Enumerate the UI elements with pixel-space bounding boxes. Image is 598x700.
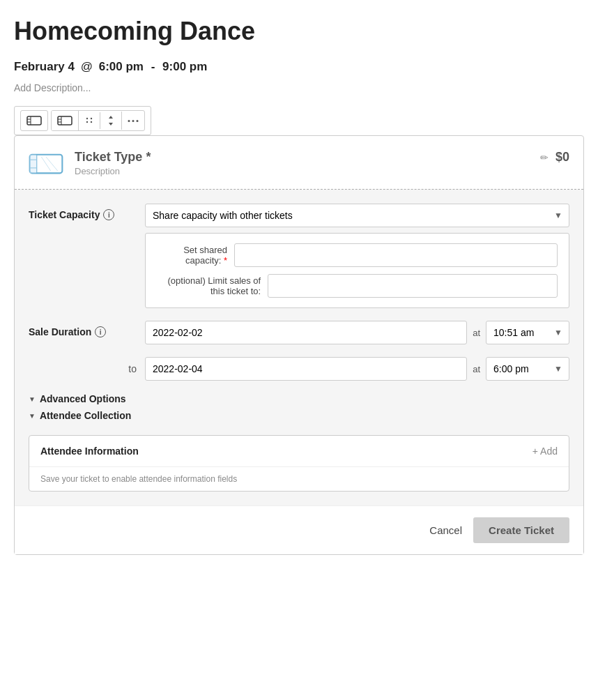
ticket-price: $0	[555, 150, 569, 165]
svg-point-14	[128, 120, 130, 122]
edit-price-icon[interactable]: ✏	[540, 152, 549, 163]
svg-marker-12	[109, 116, 113, 119]
attendee-info-add-btn[interactable]: + Add	[532, 446, 558, 457]
arrows-icon	[106, 115, 116, 126]
sale-end-date-time: at 6:00 pm ▼	[145, 357, 569, 381]
cancel-button[interactable]: Cancel	[429, 524, 462, 536]
create-ticket-button[interactable]: Create Ticket	[473, 517, 569, 543]
sale-start-at-label: at	[473, 328, 480, 338]
attendee-info-header: Attendee Information + Add	[29, 436, 569, 467]
svg-point-15	[132, 120, 135, 122]
attendee-collection-section[interactable]: ▼ Attendee Collection	[29, 410, 569, 421]
shared-capacity-input[interactable]	[234, 243, 558, 267]
attendee-info-note: Save your ticket to enable attendee info…	[29, 467, 569, 491]
svg-point-9	[91, 118, 92, 119]
event-date-value: February 4	[14, 60, 75, 73]
svg-point-8	[86, 118, 88, 119]
ticket-header-right: ✏ $0	[540, 150, 569, 165]
ticket-type-desc: Description	[75, 166, 151, 176]
ticket2-icon	[57, 114, 72, 127]
capacity-select[interactable]: Share capacity with other tickets Limite…	[145, 204, 569, 227]
advanced-options-section[interactable]: ▼ Advanced Options	[29, 393, 569, 404]
capacity-sub-form: Set shared capacity: * (optional) Limit …	[145, 233, 569, 308]
svg-point-11	[91, 121, 92, 123]
toolbar-ticket2-btn[interactable]	[52, 111, 79, 130]
ticket-price-value: 0	[562, 150, 569, 164]
toolbar-arrows-btn[interactable]	[100, 112, 122, 130]
toolbar-more-btn[interactable]	[122, 116, 144, 126]
svg-point-16	[137, 120, 139, 122]
event-time-end: 9:00 pm	[162, 60, 207, 73]
page-title: Homecoming Dance	[14, 17, 584, 46]
advanced-options-arrow: ▼	[29, 395, 36, 403]
sale-end-row: to at 6:00 pm ▼	[29, 357, 569, 381]
attendee-info-title: Attendee Information	[40, 446, 139, 457]
svg-point-10	[86, 121, 88, 123]
ticket-type-title: Ticket Type *	[75, 150, 151, 165]
sale-end-time-select[interactable]: 6:00 pm	[486, 357, 569, 381]
sale-end-time-wrap: 6:00 pm ▼	[486, 357, 569, 381]
sale-duration-info-icon[interactable]: i	[95, 326, 106, 337]
limit-sales-input[interactable]	[268, 274, 558, 298]
svg-line-23	[46, 157, 58, 171]
toolbar-format-group	[51, 110, 145, 131]
attendee-collection-title: ▼ Attendee Collection	[29, 410, 569, 421]
sale-start-date-input[interactable]	[145, 321, 467, 344]
sale-end-date-input[interactable]	[145, 357, 467, 381]
sale-start-time-select[interactable]: 10:51 am	[486, 321, 569, 344]
more-icon	[128, 119, 139, 123]
sale-start-date-time: at 10:51 am ▼	[145, 321, 569, 344]
svg-line-22	[41, 157, 50, 171]
capacity-label: Ticket Capacity i	[29, 204, 137, 220]
capacity-row: Ticket Capacity i Share capacity with ot…	[29, 204, 569, 308]
svg-rect-4	[58, 116, 72, 125]
event-date: February 4 @ 6:00 pm - 9:00 pm	[14, 60, 584, 74]
limit-sales-label: (optional) Limit sales of this ticket to…	[157, 275, 261, 296]
ticket-card: Ticket Type * Description ✏ $0 Ticket Ca…	[14, 135, 584, 555]
sale-start-time-wrap: 10:51 am ▼	[486, 321, 569, 344]
toolbar-ticket-btn[interactable]	[20, 110, 48, 131]
sale-end-at-label: at	[473, 364, 480, 374]
add-description[interactable]: Add Description...	[14, 82, 584, 93]
ticket-header-left: Ticket Type * Description	[29, 150, 151, 178]
ticket-image-icon	[29, 150, 63, 178]
sale-duration-label: Sale Duration i	[29, 321, 137, 337]
ticket-header: Ticket Type * Description ✏ $0	[15, 136, 583, 189]
limit-sales-row: (optional) Limit sales of this ticket to…	[157, 274, 558, 298]
svg-marker-13	[109, 123, 113, 125]
ticket-icon	[26, 114, 42, 127]
ticket-form: Ticket Capacity i Share capacity with ot…	[15, 190, 583, 505]
capacity-info-icon[interactable]: i	[103, 209, 114, 220]
card-footer: Cancel Create Ticket	[15, 505, 583, 554]
svg-rect-21	[30, 155, 37, 174]
editor-toolbar	[14, 106, 151, 135]
attendee-info-box: Attendee Information + Add Save your tic…	[29, 435, 569, 492]
shared-capacity-row: Set shared capacity: *	[157, 243, 558, 267]
attendee-collection-arrow: ▼	[29, 412, 36, 420]
shared-capacity-label: Set shared capacity: *	[157, 245, 227, 266]
capacity-control-wrap: Share capacity with other tickets Limite…	[145, 204, 569, 308]
event-time-start: 6:00 pm	[99, 60, 144, 73]
svg-rect-0	[27, 116, 41, 125]
drag-icon	[84, 116, 94, 125]
ticket-type-info: Ticket Type * Description	[75, 150, 151, 176]
advanced-options-title: ▼ Advanced Options	[29, 393, 569, 404]
sale-to-label: to	[29, 363, 137, 374]
sale-duration-row: Sale Duration i at 10:51 am ▼	[29, 321, 569, 344]
capacity-select-wrap: Share capacity with other tickets Limite…	[145, 204, 569, 227]
toolbar-drag-btn[interactable]	[79, 112, 100, 129]
